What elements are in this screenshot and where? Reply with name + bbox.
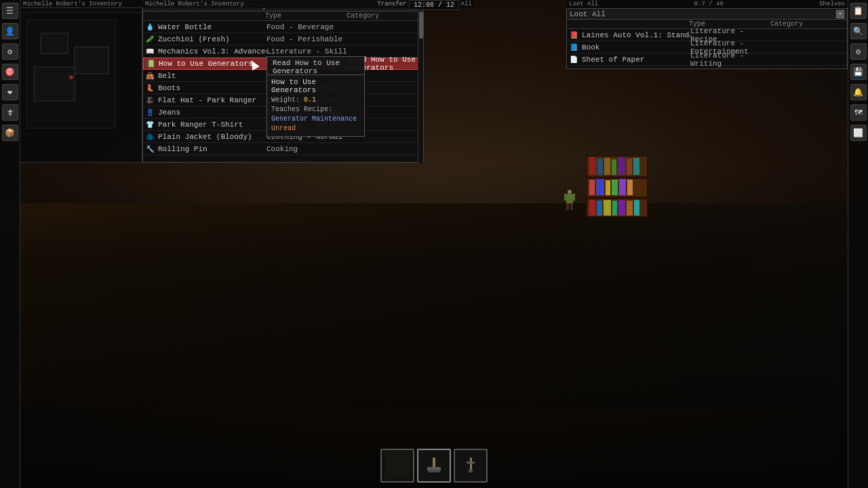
item-icon-3: 📗 (145, 58, 156, 69)
hotbar-slot-2[interactable] (454, 449, 488, 483)
sidebar-icon-health[interactable]: ❤ (2, 84, 18, 100)
sidebar-icon-save[interactable]: 💾 (850, 64, 867, 80)
inventory-item-9[interactable]: 🧥 Plain Jacket (Bloody) Clothing - Norma… (143, 131, 423, 143)
sidebar-icon-target[interactable]: 🎯 (2, 64, 18, 80)
item-icon-1: 🥒 (144, 34, 155, 45)
svg-rect-3 (589, 157, 596, 175)
svg-rect-24 (566, 194, 573, 203)
svg-rect-9 (633, 158, 639, 175)
loot-panel: Loot All × Type Category 📕 Laines Auto V… (566, 8, 848, 69)
inventory-item-6[interactable]: 🎩 Flat Hat - Park Ranger Clothing - Norm… (143, 94, 423, 106)
loot-item-2[interactable]: 📄 Sheet of Paper Literature - Writing (567, 54, 847, 66)
inventory-item-0[interactable]: 💧 Water Bottle Food - Beverage (143, 21, 423, 33)
loot-close-btn[interactable]: × (836, 10, 844, 18)
svg-rect-36 (429, 470, 439, 472)
svg-rect-26 (572, 194, 575, 201)
svg-rect-37 (470, 458, 472, 471)
sidebar-icon-square[interactable]: ⬜ (850, 125, 867, 141)
scroll-thumb[interactable] (419, 12, 423, 39)
hotbar-item-empty (385, 453, 410, 478)
minimap-panel: Michelle Robert (20, 0, 142, 163)
item-icon-9: 🧥 (144, 131, 155, 142)
inventory-panel: Michelle Robert's Inventory × Type Categ… (142, 0, 424, 163)
svg-rect-34 (433, 458, 435, 468)
item-name-2: Mechanics Vol.3: Advanced (158, 47, 267, 56)
inventory-title: Michelle Robert's Inventory (23, 1, 122, 7)
top-bar-right: Loot All 0.7 / 40 Shelves (566, 0, 848, 8)
svg-rect-15 (627, 180, 633, 195)
sidebar-icon-map[interactable]: 🗺 (850, 104, 867, 121)
shelves-label: Shelves (819, 1, 845, 7)
sidebar-icon-inventory[interactable]: 📦 (2, 125, 18, 141)
svg-rect-16 (589, 200, 595, 216)
context-item-read[interactable]: Read How to Use Generators (267, 57, 364, 77)
left-sidebar: ☰ 👤 ⚙ 🎯 ❤ 🗡 📦 (0, 0, 20, 488)
svg-rect-18 (604, 200, 611, 216)
item-name-1: Zucchini (Fresh) (158, 35, 267, 43)
svg-rect-32 (34, 67, 75, 101)
item-icon-5: 👢 (144, 83, 155, 94)
item-icon-8: 👕 (144, 119, 155, 130)
item-name-5: Boots (158, 84, 267, 92)
svg-rect-13 (612, 180, 618, 195)
item-name-10: Rolling Pin (158, 145, 267, 153)
hotbar-slot-0[interactable] (380, 449, 414, 483)
inventory-item-5[interactable]: 👢 Boots Clothing - Normal (143, 82, 423, 94)
inventory-panel-title: Michelle Robert's Inventory (145, 1, 244, 7)
sidebar-icon-alert[interactable]: 🔔 (850, 84, 867, 100)
item-name-9: Plain Jacket (Bloody) (158, 133, 267, 141)
item-icon-2: 📖 (144, 46, 155, 57)
sidebar-icon-menu[interactable]: ☰ (2, 3, 18, 19)
svg-rect-17 (597, 201, 602, 216)
svg-rect-8 (627, 159, 632, 175)
clock-time: 12:06 / 12 (414, 1, 454, 9)
item-type-0: Food - Beverage (267, 23, 348, 31)
inventory-item-10[interactable]: 🔧 Rolling Pin Cooking (143, 143, 423, 155)
item-icon-6: 🎩 (144, 95, 155, 106)
svg-rect-1 (587, 176, 648, 179)
svg-rect-14 (619, 179, 626, 195)
svg-rect-31 (75, 47, 108, 74)
inventory-item-7[interactable]: 👖 Jeans Clothing - Normal (143, 106, 423, 119)
item-type-2: Literature - Skill (267, 47, 348, 56)
sidebar-icon-notes[interactable]: 📋 (850, 3, 867, 19)
inventory-scrollbar[interactable] (418, 10, 423, 163)
item-icon-4: 👜 (144, 70, 155, 81)
hotbar (380, 449, 488, 483)
item-type-6: Clothing - Normal (267, 96, 348, 104)
svg-rect-38 (467, 462, 475, 464)
sidebar-icon-gear[interactable]: ⚙ (850, 43, 867, 60)
svg-rect-30 (41, 33, 68, 54)
loot-icon-1: 📘 (568, 42, 579, 53)
loot-type-2: Literature - Writing (690, 52, 772, 68)
hotbar-item-2 (458, 453, 483, 478)
inventory-item-1[interactable]: 🥒 Zucchini (Fresh) Food - Perishable (143, 33, 423, 45)
item-name-4: Belt (158, 72, 267, 80)
svg-rect-12 (606, 180, 610, 195)
loot-name-0: Laines Auto Vol.1: Standard Models (582, 31, 690, 39)
item-icon-10: 🔧 (144, 144, 155, 155)
col-category-header: Category (347, 12, 423, 20)
loot-col-cat: Category (770, 20, 847, 28)
top-bar-left: Michelle Robert's Inventory (20, 0, 142, 8)
sidebar-icon-weapon[interactable]: 🗡 (2, 104, 18, 121)
item-type-8: Clothing - Normal (267, 121, 348, 129)
loot-name-1: Book (582, 43, 690, 52)
item-type-7: Clothing - Normal (267, 108, 348, 117)
sidebar-icon-settings[interactable]: ⚙ (2, 43, 18, 60)
right-sidebar: 📋 🔍 ⚙ 💾 🔔 🗺 ⬜ (848, 0, 868, 488)
svg-rect-39 (469, 470, 473, 472)
lower-background (0, 163, 868, 488)
svg-rect-11 (596, 179, 604, 195)
svg-rect-2 (587, 197, 648, 199)
loot-panel-title: Loot All (570, 10, 835, 18)
svg-rect-10 (589, 180, 595, 195)
svg-rect-25 (564, 194, 567, 201)
inventory-item-8[interactable]: 👕 Park Ranger T-Shirt Clothing - Normal (143, 119, 423, 131)
top-bar-mid: Michelle Robert's Inventory Transfer All (142, 0, 424, 8)
item-type-9: Clothing - Normal (267, 133, 348, 141)
hotbar-slot-1[interactable] (417, 449, 451, 483)
sidebar-icon-search[interactable]: 🔍 (850, 23, 867, 39)
svg-rect-21 (627, 201, 633, 216)
sidebar-icon-character[interactable]: 👤 (2, 23, 18, 39)
